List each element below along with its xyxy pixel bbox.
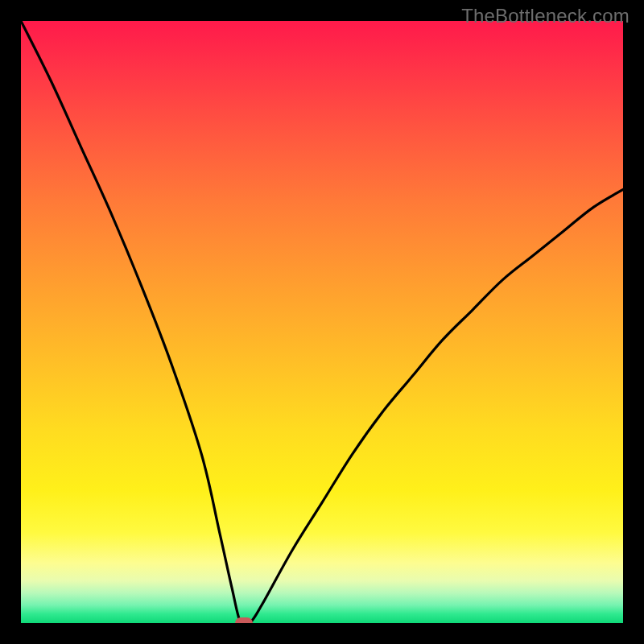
watermark-text: TheBottleneck.com xyxy=(461,5,630,27)
bottleneck-curve xyxy=(21,21,623,623)
optimal-point-marker xyxy=(235,617,253,623)
plot-area xyxy=(21,21,623,623)
chart-frame: TheBottleneck.com xyxy=(0,0,644,644)
